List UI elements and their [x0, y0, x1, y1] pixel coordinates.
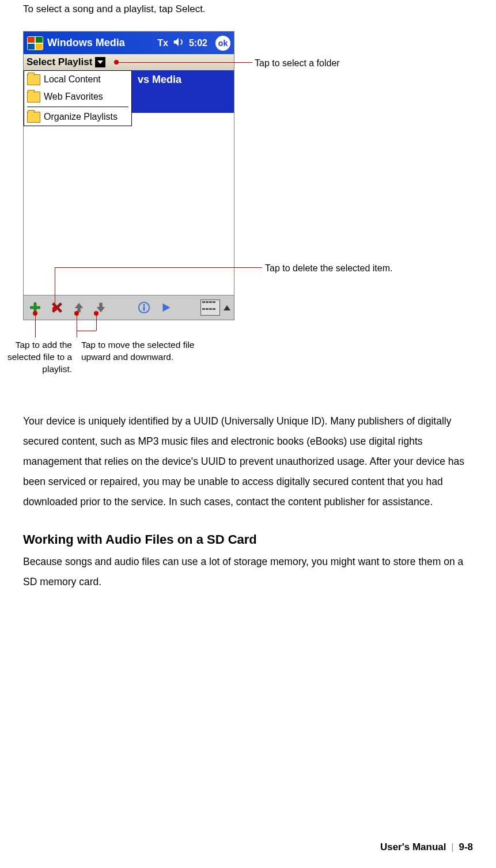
- uuid-paragraph: Your device is uniquely identified by a …: [23, 411, 473, 512]
- dropdown-divider: [27, 107, 128, 107]
- page-footer: User's Manual | 9-8: [380, 842, 473, 853]
- dropdown-label: Web Favorites: [44, 92, 103, 102]
- playlist-dropdown: Local Content Web Favorites Organize Pla…: [24, 70, 132, 126]
- signal-label: Tx: [157, 38, 168, 48]
- info-button[interactable]: [136, 300, 152, 316]
- callout-line: [77, 331, 96, 331]
- callout-line: [35, 313, 36, 338]
- below-captions: Tap to add the selected file to a playli…: [0, 339, 208, 376]
- callout-line: [116, 62, 252, 63]
- callout-line: [55, 267, 262, 268]
- callout-add: Tap to add the selected file to a playli…: [0, 339, 72, 376]
- dropdown-label: Local Content: [44, 74, 101, 85]
- dropdown-item-organize[interactable]: Organize Playlists: [24, 108, 131, 126]
- section-heading-sdcard: Working with Audio Files on a SD Card: [23, 532, 473, 547]
- folder-icon: [27, 112, 40, 123]
- dropdown-item-local[interactable]: Local Content: [24, 71, 131, 88]
- app-banner: vs Media: [131, 70, 234, 113]
- svg-rect-2: [143, 306, 145, 310]
- windows-flag-icon: [27, 36, 43, 50]
- callout-move: Tap to move the selected file upward and…: [81, 339, 208, 376]
- chevron-down-icon[interactable]: [95, 57, 105, 67]
- folder-icon: [27, 74, 40, 85]
- status-area: Tx 5:02 ok: [157, 36, 230, 51]
- speaker-icon: [172, 36, 185, 51]
- footer-page: 9-8: [459, 842, 473, 852]
- time-label: 5:02: [189, 38, 207, 48]
- app-title: Windows Media: [47, 37, 157, 49]
- screenshot-figure: Windows Media Tx 5:02 ok Select Playlist: [23, 31, 473, 377]
- footer-separator: |: [449, 842, 456, 852]
- callout-line: [55, 267, 55, 309]
- callout-delete: Tap to delete the selected item.: [265, 262, 392, 275]
- folder-icon: [27, 92, 40, 103]
- callout-line: [77, 313, 77, 338]
- dropdown-item-webfav[interactable]: Web Favorites: [24, 88, 131, 105]
- keyboard-button[interactable]: [200, 300, 220, 316]
- sdcard-paragraph: Because songs and audio files can use a …: [23, 552, 473, 592]
- playlist-select-label: Select Playlist: [26, 56, 92, 68]
- app-banner-text: vs Media: [138, 74, 181, 86]
- delete-button[interactable]: [49, 300, 65, 316]
- intro-text: To select a song and a playlist, tap Sel…: [23, 3, 473, 15]
- callout-select-folder: Tap to select a folder: [255, 57, 340, 70]
- play-button[interactable]: [158, 300, 174, 316]
- ok-button[interactable]: ok: [215, 36, 230, 51]
- titlebar: Windows Media Tx 5:02 ok: [24, 32, 234, 54]
- footer-label: User's Manual: [380, 842, 446, 852]
- move-up-button[interactable]: [71, 300, 87, 316]
- dropdown-label: Organize Playlists: [44, 112, 118, 122]
- svg-point-1: [143, 304, 145, 306]
- callout-line: [96, 313, 97, 331]
- sip-up-icon[interactable]: [224, 305, 230, 310]
